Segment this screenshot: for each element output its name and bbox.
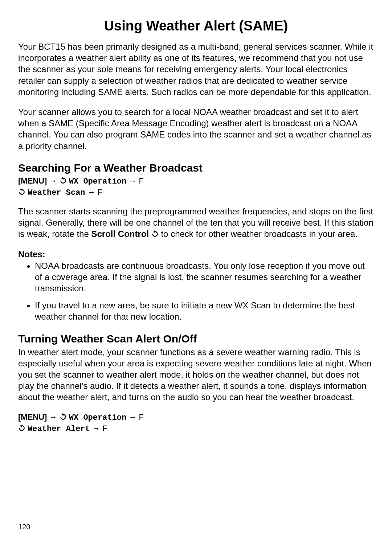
intro-paragraph-2: Your scanner allows you to search for a … (18, 106, 374, 152)
menu-step-1: WX Operation (69, 177, 126, 186)
notes-label: Notes: (18, 249, 374, 259)
f-key: F (139, 412, 144, 422)
f-key: F (102, 424, 107, 433)
menu-path-search: [MENU] → WX Operation → F Weather Scan →… (18, 176, 374, 198)
menu-step-2: Weather Alert (28, 424, 90, 434)
note-item: NOAA broadcasts are continuous broadcast… (35, 260, 374, 294)
section-heading-alert: Turning Weather Scan Alert On/Off (18, 333, 374, 345)
arrow-icon: → (92, 424, 102, 433)
section2-paragraph: In weather alert mode, your scanner func… (18, 346, 374, 403)
scroll-control-label: Scroll Control (91, 229, 149, 239)
menu-step-1: WX Operation (69, 413, 126, 422)
note-item: If you travel to a new area, be sure to … (35, 300, 374, 322)
f-key: F (98, 188, 102, 197)
page-number: 120 (18, 523, 30, 531)
notes-list: NOAA broadcasts are continuous broadcast… (18, 260, 374, 323)
text-post: to check for other weather broadcasts in… (159, 229, 358, 239)
arrow-icon: → (128, 412, 139, 422)
section-heading-search: Searching For a Weather Broadcast (18, 162, 374, 174)
arrow-icon: → (128, 176, 139, 185)
menu-step-2: Weather Scan (28, 188, 85, 197)
scroll-icon (151, 229, 159, 240)
intro-paragraph-1: Your BCT15 has been primarily designed a… (18, 41, 374, 98)
scroll-icon (18, 188, 25, 198)
arrow-icon: → (49, 412, 60, 422)
arrow-icon: → (87, 188, 98, 197)
menu-key: [MENU] (18, 176, 47, 185)
scroll-icon (60, 176, 67, 187)
menu-key: [MENU] (18, 412, 47, 422)
section1-paragraph: The scanner starts scanning the preprogr… (18, 206, 374, 241)
menu-path-alert: [MENU] → WX Operation → F Weather Alert … (18, 412, 374, 435)
scroll-icon (60, 412, 67, 423)
arrow-icon: → (49, 176, 60, 185)
page-title: Using Weather Alert (SAME) (18, 18, 374, 34)
f-key: F (139, 176, 144, 185)
scroll-icon (18, 424, 25, 435)
